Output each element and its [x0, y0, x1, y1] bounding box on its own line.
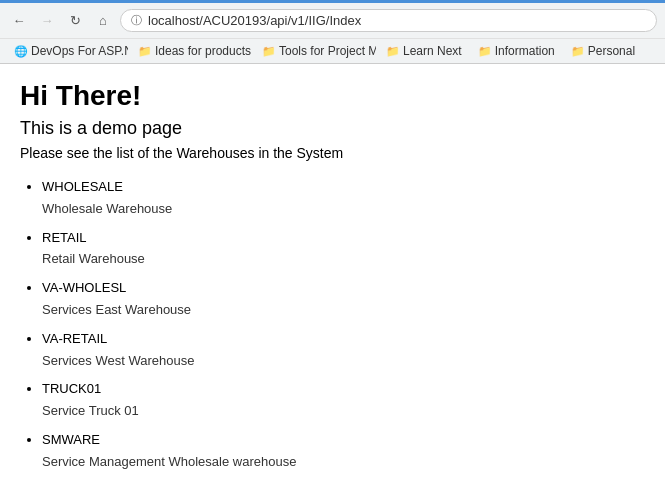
- folder-icon: 📁: [478, 45, 492, 58]
- warehouse-code: TRUCK01: [42, 379, 645, 400]
- url-text: localhost/ACU20193/api/v1/IIG/Index: [148, 13, 361, 28]
- bookmarks-bar: 🌐DevOps For ASP.NE...📁Ideas for products…: [0, 38, 665, 63]
- bookmark-label: Ideas for products: [155, 44, 251, 58]
- bookmark-label: DevOps For ASP.NE...: [31, 44, 128, 58]
- list-item: RETAILRetail Warehouse: [42, 226, 645, 271]
- list-item: VA-WHOLESLServices East Warehouse: [42, 276, 645, 321]
- folder-icon: 📁: [262, 45, 276, 58]
- browser-chrome: ← → ↻ ⌂ ⓘ localhost/ACU20193/api/v1/IIG/…: [0, 3, 665, 64]
- page-heading-hi: Hi There!: [20, 80, 645, 112]
- page-icon: 🌐: [14, 45, 28, 58]
- warehouse-name: Service Truck 01: [42, 401, 645, 422]
- folder-icon: 📁: [138, 45, 152, 58]
- address-bar[interactable]: ⓘ localhost/ACU20193/api/v1/IIG/Index: [120, 9, 657, 32]
- bookmark-item[interactable]: 📁Ideas for products: [132, 42, 252, 60]
- list-item: TRUCK01Service Truck 01: [42, 377, 645, 422]
- refresh-button[interactable]: ↻: [64, 10, 86, 32]
- bookmark-item[interactable]: 📁Information: [472, 42, 561, 60]
- warehouse-code: RETAIL: [42, 228, 645, 249]
- list-item: SMWAREService Management Wholesale wareh…: [42, 428, 645, 473]
- folder-icon: 📁: [386, 45, 400, 58]
- bookmark-item[interactable]: 📁Learn Next: [380, 42, 468, 60]
- back-button[interactable]: ←: [8, 10, 30, 32]
- home-button[interactable]: ⌂: [92, 10, 114, 32]
- lock-icon: ⓘ: [131, 13, 142, 28]
- list-item: WHOLESALEWholesale Warehouse: [42, 175, 645, 220]
- bookmark-label: Information: [495, 44, 555, 58]
- bookmark-label: Learn Next: [403, 44, 462, 58]
- bookmark-item[interactable]: 📁Tools for Project M...: [256, 42, 376, 60]
- warehouse-name: Retail Warehouse: [42, 249, 645, 270]
- browser-nav: ← → ↻ ⌂ ⓘ localhost/ACU20193/api/v1/IIG/…: [0, 3, 665, 38]
- folder-icon: 📁: [571, 45, 585, 58]
- bookmark-label: Tools for Project M...: [279, 44, 376, 58]
- bookmark-item[interactable]: 📁Personal: [565, 42, 641, 60]
- page-content: Hi There! This is a demo page Please see…: [0, 64, 665, 495]
- warehouse-code: SMWARE: [42, 430, 645, 451]
- bookmark-label: Personal: [588, 44, 635, 58]
- page-heading-demo: This is a demo page: [20, 118, 645, 139]
- warehouse-code: WHOLESALE: [42, 177, 645, 198]
- list-item: VA-RETAILServices West Warehouse: [42, 327, 645, 372]
- warehouse-name: Service Management Wholesale warehouse: [42, 452, 645, 473]
- bookmark-item[interactable]: 🌐DevOps For ASP.NE...: [8, 42, 128, 60]
- warehouse-list: WHOLESALEWholesale WarehouseRETAILRetail…: [20, 175, 645, 473]
- warehouse-code: VA-RETAIL: [42, 329, 645, 350]
- warehouse-name: Wholesale Warehouse: [42, 199, 645, 220]
- warehouse-name: Services West Warehouse: [42, 351, 645, 372]
- warehouse-name: Services East Warehouse: [42, 300, 645, 321]
- page-heading-list: Please see the list of the Warehouses in…: [20, 145, 645, 161]
- forward-button[interactable]: →: [36, 10, 58, 32]
- warehouse-code: VA-WHOLESL: [42, 278, 645, 299]
